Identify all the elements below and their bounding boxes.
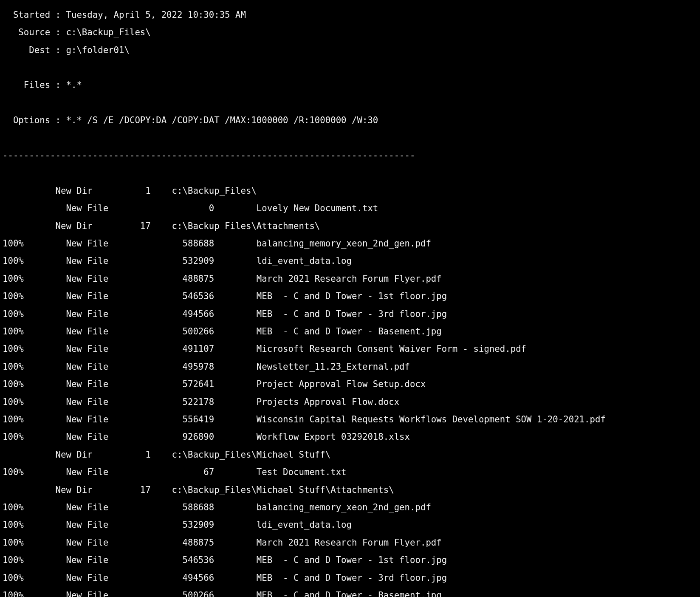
blank-line [3, 169, 697, 178]
log-line: 100% New File 556419 Wisconsin Capital R… [3, 415, 697, 424]
log-line: 100% New File 588688 balancing_memory_xe… [3, 239, 697, 248]
header-source: Source : c:\Backup_Files\ [3, 28, 697, 37]
log-line: New Dir 1 c:\Backup_Files\Michael Stuff\ [3, 450, 697, 459]
label-options: Options : [3, 115, 66, 125]
log-line: 100% New File 522178 Projects Approval F… [3, 398, 697, 407]
separator-line: ----------------------------------------… [3, 151, 697, 160]
log-line: 100% New File 488875 March 2021 Research… [3, 274, 697, 283]
label-files: Files : [3, 80, 66, 90]
log-line: New File 0 Lovely New Document.txt [3, 204, 697, 213]
log-line: 100% New File 532909 ldi_event_data.log [3, 257, 697, 266]
header-started: Started : Tuesday, April 5, 2022 10:30:3… [3, 11, 697, 20]
log-line: 100% New File 495978 Newsletter_11.23_Ex… [3, 362, 697, 371]
log-line: 100% New File 926890 Workflow Export 032… [3, 433, 697, 441]
log-line: New Dir 17 c:\Backup_Files\Michael Stuff… [3, 486, 697, 495]
header-options: Options : *.* /S /E /DCOPY:DA /COPY:DAT … [3, 116, 697, 125]
log-line: 100% New File 546536 MEB - C and D Tower… [3, 292, 697, 301]
log-line: 100% New File 67 Test Document.txt [3, 468, 697, 477]
log-line: 100% New File 491107 Microsoft Research … [3, 345, 697, 354]
label-started: Started : [3, 10, 66, 20]
value-dest: g:\folder01\ [66, 45, 129, 55]
log-line: 100% New File 588688 balancing_memory_xe… [3, 503, 697, 512]
blank-line [3, 99, 697, 108]
log-line: 100% New File 546536 MEB - C and D Tower… [3, 556, 697, 565]
blank-line [3, 63, 697, 72]
value-source: c:\Backup_Files\ [66, 27, 150, 37]
header-files: Files : *.* [3, 81, 697, 90]
log-line: 100% New File 488875 March 2021 Research… [3, 538, 697, 547]
terminal-output: Started : Tuesday, April 5, 2022 10:30:3… [0, 0, 700, 597]
value-files: *.* [66, 80, 82, 90]
log-line: 100% New File 494566 MEB - C and D Tower… [3, 574, 697, 583]
label-source: Source : [3, 27, 66, 37]
value-options: *.* /S /E /DCOPY:DA /COPY:DAT /MAX:10000… [66, 115, 378, 125]
log-line: New Dir 17 c:\Backup_Files\Attachments\ [3, 222, 697, 231]
header-dest: Dest : g:\folder01\ [3, 46, 697, 55]
log-line: 100% New File 532909 ldi_event_data.log [3, 521, 697, 529]
log-line: 100% New File 500266 MEB - C and D Tower… [3, 591, 697, 597]
label-dest: Dest : [3, 45, 66, 55]
value-started: Tuesday, April 5, 2022 10:30:35 AM [66, 10, 246, 20]
log-line: 100% New File 494566 MEB - C and D Tower… [3, 310, 697, 319]
log-line: New Dir 1 c:\Backup_Files\ [3, 187, 697, 195]
blank-line [3, 134, 697, 143]
log-line: 100% New File 572641 Project Approval Fl… [3, 380, 697, 389]
log-line: 100% New File 500266 MEB - C and D Tower… [3, 327, 697, 336]
